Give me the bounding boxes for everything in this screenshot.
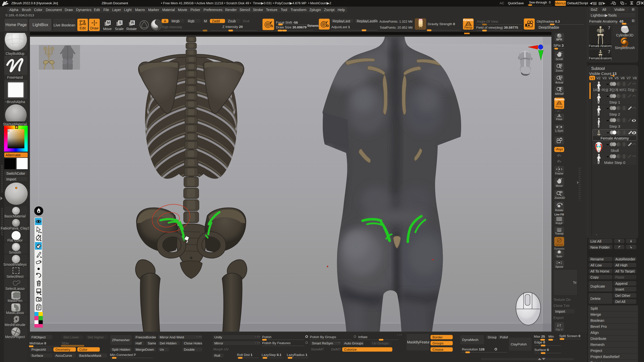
svg-text:x1: x1 — [560, 76, 562, 78]
svg-text:S: S — [271, 24, 273, 28]
svg-text:D: D — [327, 24, 329, 28]
svg-text:M: M — [107, 20, 110, 25]
svg-text:S: S — [119, 20, 122, 25]
svg-text:R: R — [131, 20, 134, 25]
